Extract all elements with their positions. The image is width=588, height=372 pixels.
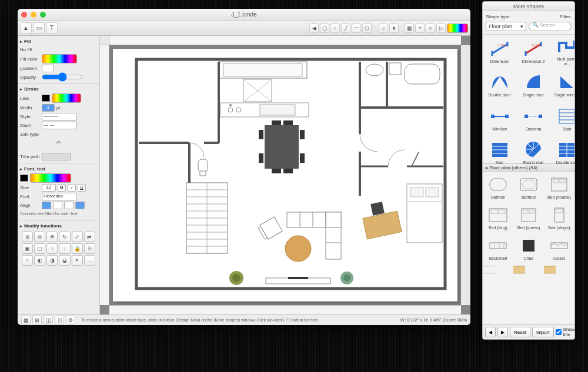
stroke-color-picker[interactable]	[52, 93, 81, 103]
shape-bed-single[interactable]: Bed (single)	[544, 203, 574, 233]
zoom-window-button[interactable]	[40, 12, 46, 18]
stroke-style-select[interactable]: ———	[42, 113, 77, 120]
fill-color-picker[interactable]	[42, 54, 77, 63]
shape-window[interactable]: Window	[483, 102, 516, 136]
mod-move-button[interactable]: ✥	[46, 232, 58, 242]
sb-icon-5[interactable]: ⚙	[66, 316, 75, 325]
align-left-button[interactable]	[42, 202, 51, 209]
mod-flip-button[interactable]: ⇄	[84, 232, 95, 242]
mod-rotate-button[interactable]: ↻	[59, 232, 70, 242]
shape-peek-1[interactable]	[483, 264, 495, 276]
shape-search-input[interactable]: 🔍 Search	[529, 22, 572, 31]
drawing-paper[interactable]	[113, 49, 457, 301]
smiley-icon[interactable]: ☺	[379, 24, 388, 33]
shape-poly-button[interactable]: ⬠	[362, 24, 372, 33]
font-header[interactable]: Font, text	[20, 165, 97, 173]
stroke-width-input[interactable]: 1	[42, 104, 55, 112]
mod-subtract-button[interactable]: ⊖	[34, 232, 45, 242]
mod-group-button[interactable]: ▣	[22, 243, 33, 254]
mod-c-button[interactable]: ◑	[46, 255, 58, 266]
ruler-vertical[interactable]	[100, 45, 109, 305]
shape-peek-2[interactable]	[513, 264, 525, 276]
shape-single-door[interactable]: Single door	[516, 68, 550, 102]
sb-icon-2[interactable]: ⊞	[32, 316, 42, 325]
text-color-swatch[interactable]	[20, 175, 28, 182]
shape-bed-queen[interactable]: Bed (queen)	[513, 203, 544, 233]
title-bar[interactable]: J_1.smde	[18, 9, 470, 21]
mod-b-button[interactable]: ◐	[34, 255, 45, 266]
shape-bathtub-2[interactable]: Bathtub	[513, 172, 544, 203]
mod-lock-button[interactable]: 🔒	[72, 243, 83, 254]
mod-back-button[interactable]: ↓	[59, 243, 70, 254]
fill-header[interactable]: Fill	[20, 38, 97, 45]
shape-double-stair[interactable]: Double stair	[550, 136, 574, 169]
mod-dup-button[interactable]: ⎘	[84, 243, 95, 254]
shape-multi-points-wall[interactable]: Multi points w...	[550, 35, 574, 68]
snap-toggle-button[interactable]: ⌖	[415, 24, 425, 33]
opacity-slider[interactable]	[42, 74, 83, 80]
page-tool-button[interactable]: ▭	[33, 22, 45, 34]
layers-button[interactable]: ≡	[426, 24, 435, 33]
mod-ungroup-button[interactable]: ▢	[34, 243, 45, 254]
shape-bed-king[interactable]: Bed (king)	[483, 203, 513, 233]
close-window-button[interactable]	[21, 12, 27, 18]
font-size-input[interactable]: 12	[42, 184, 56, 192]
align-right-button[interactable]	[64, 202, 74, 209]
shape-stair[interactable]: Stair	[550, 102, 574, 136]
stroke-dash-select[interactable]: — —	[42, 122, 77, 129]
show-title-checkbox[interactable]: Show title	[556, 327, 575, 337]
color-gradient-button[interactable]	[447, 24, 468, 33]
prev-page-button[interactable]: ◀	[485, 327, 496, 337]
shape-curve-button[interactable]: 〰	[352, 24, 361, 33]
shape-dimension[interactable]: 1.15 mDimension	[483, 35, 516, 68]
ruler-horizontal[interactable]	[109, 36, 461, 45]
shape-line-button[interactable]: ╱	[341, 24, 350, 33]
pointer-tool-button[interactable]: ▲	[20, 22, 32, 34]
scrollbar-vertical[interactable]	[461, 45, 470, 305]
stroke-header[interactable]: Stroke	[20, 85, 97, 93]
mod-front-button[interactable]: ↑	[46, 243, 58, 254]
minimize-window-button[interactable]	[31, 12, 36, 18]
mod-a-button[interactable]: ○	[22, 255, 33, 266]
mod-f-button[interactable]: …	[84, 255, 95, 266]
arrow-left-icon[interactable]: ◀	[309, 24, 319, 33]
shape-rect-button[interactable]: ▢	[320, 24, 329, 33]
shape-chair[interactable]: Chair	[513, 233, 544, 264]
shape-double-door[interactable]: Double door	[483, 68, 516, 102]
mod-scale-button[interactable]: ⤢	[72, 232, 83, 242]
star-tool-button[interactable]: ★	[389, 24, 399, 33]
mod-e-button[interactable]: ✕	[72, 255, 83, 266]
shapes-panel-title[interactable]: More shapes	[483, 2, 574, 11]
sb-icon-4[interactable]: ⍁	[55, 316, 64, 325]
shapes-panel-body[interactable]: 1.15 mDimension 1.15 mDimension 2 Multi …	[483, 35, 574, 324]
next-page-button[interactable]: ▶	[497, 327, 508, 337]
shape-opening[interactable]: Opening	[516, 102, 550, 136]
modify-header[interactable]: Modify functions	[20, 222, 97, 230]
bold-button[interactable]: B	[58, 184, 66, 192]
mod-d-button[interactable]: ◒	[59, 255, 70, 266]
preview-button[interactable]: ▷	[436, 24, 446, 33]
shape-bathtub-1[interactable]: Bathtub	[483, 172, 513, 203]
import-button[interactable]: Import	[532, 327, 554, 337]
reset-button[interactable]: Reset	[510, 327, 530, 337]
grid-toggle-button[interactable]: ▦	[405, 24, 414, 33]
shape-dimension-2[interactable]: 1.15 mDimension 2	[516, 35, 550, 68]
font-family-select[interactable]: Helvetica	[42, 193, 77, 200]
shape-oval-button[interactable]: ○	[330, 24, 340, 33]
sb-icon-1[interactable]: ▦	[21, 316, 31, 325]
sb-icon-3[interactable]: ◫	[44, 316, 53, 325]
canvas-viewport[interactable]	[109, 45, 461, 305]
align-center-button[interactable]	[53, 202, 62, 209]
floor-plan-drawing[interactable]	[113, 49, 457, 301]
trim-slider[interactable]	[42, 153, 71, 160]
italic-button[interactable]: I	[68, 184, 76, 192]
chevron-up-icon[interactable]: ⌃	[54, 139, 63, 152]
text-color-picker[interactable]	[30, 173, 71, 183]
align-top-button[interactable]	[75, 202, 85, 209]
shape-bed-double[interactable]: Bed (double)	[544, 172, 574, 203]
mod-union-button[interactable]: ⊕	[22, 232, 33, 242]
shape-peek-3[interactable]	[544, 264, 556, 276]
shape-single-window[interactable]: Single window	[550, 68, 574, 102]
underline-button[interactable]: U	[78, 184, 86, 192]
text-tool-button[interactable]: T	[46, 22, 58, 34]
